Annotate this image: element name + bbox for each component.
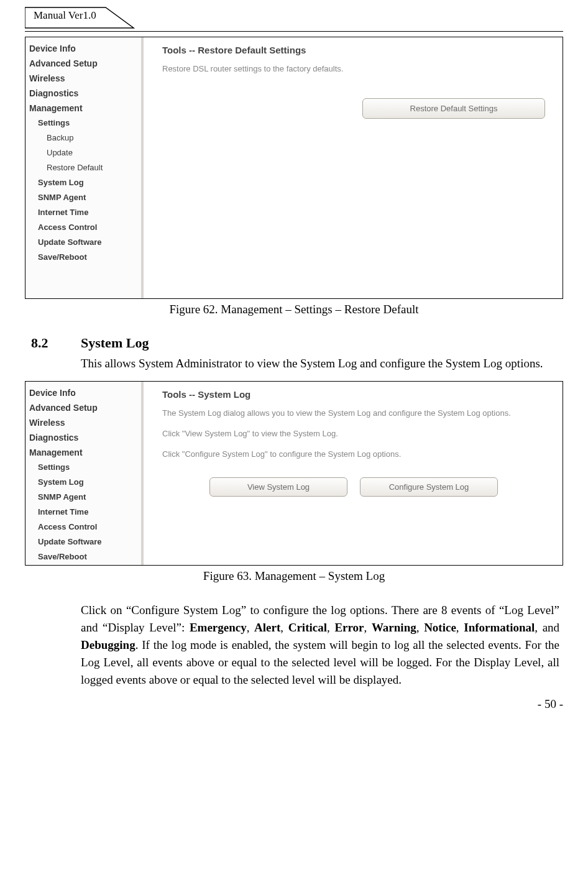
figure-63-nav: Device Info Advanced Setup Wireless Diag… [25,382,144,565]
nav-item[interactable]: SNMP Agent [29,490,141,505]
nav-item[interactable]: Device Info [29,41,141,56]
figure-63-box: Device Info Advanced Setup Wireless Diag… [25,381,563,566]
page-number: - 50 - [25,697,563,711]
nav-item[interactable]: SNMP Agent [29,190,141,205]
section-number: 8.2 [31,335,81,351]
figure-63-caption: Figure 63. Management – System Log [25,569,563,583]
nav-item[interactable]: Advanced Setup [29,400,141,415]
log-levels-paragraph: Click on “Configure System Log” to confi… [81,602,559,689]
nav-item[interactable]: Internet Time [29,205,141,220]
log-level: Debugging [81,638,136,651]
figure-62-box: Device Info Advanced Setup Wireless Diag… [25,37,563,299]
figure-62-nav: Device Info Advanced Setup Wireless Diag… [25,37,144,298]
header-tab: Manual Ver1.0 [25,6,563,29]
log-level: Informational [464,621,535,634]
nav-item[interactable]: Management [29,101,141,116]
figure-62-content: Tools -- Restore Default Settings Restor… [144,37,563,298]
nav-item[interactable]: Restore Default [29,160,141,175]
nav-item[interactable]: Wireless [29,71,141,86]
nav-item[interactable]: Update [29,145,141,160]
nav-item[interactable]: Settings [29,460,141,475]
header-rule [25,31,563,32]
button-row: View System Log Configure System Log [162,477,551,497]
button-row: Restore Default Settings [162,98,551,119]
log-level: Critical [288,621,327,634]
figure-62-caption: Figure 62. Management – Settings – Resto… [25,303,563,316]
log-level: Notice [424,621,456,634]
configure-system-log-button[interactable]: Configure System Log [360,477,498,497]
nav-item[interactable]: Wireless [29,415,141,430]
section-body: This allows System Administrator to view… [81,355,559,372]
view-system-log-button[interactable]: View System Log [209,477,347,497]
nav-item[interactable]: Management [29,445,141,460]
doc-version-label: Manual Ver1.0 [34,9,96,22]
page: Manual Ver1.0 Device Info Advanced Setup… [0,0,588,723]
log-level: Warning [372,621,416,634]
log-level: Error [334,621,364,634]
nav-item[interactable]: System Log [29,175,141,190]
section-heading: 8.2 System Log [31,335,563,351]
panel-text: The System Log dialog allows you to view… [162,408,551,418]
nav-item[interactable]: Device Info [29,385,141,400]
nav-item[interactable]: Access Control [29,220,141,235]
nav-item[interactable]: Diagnostics [29,86,141,101]
log-level: Emergency [190,621,247,634]
panel-title: Tools -- Restore Default Settings [162,45,551,55]
nav-item[interactable]: Update Software [29,535,141,549]
panel-text: Click "View System Log" to view the Syst… [162,429,551,438]
nav-item[interactable]: Diagnostics [29,430,141,445]
nav-item[interactable]: Advanced Setup [29,56,141,71]
log-level: Alert [254,621,280,634]
section-title: System Log [81,335,149,351]
nav-item[interactable]: Settings [29,116,141,131]
panel-text: Click "Configure System Log" to configur… [162,449,551,459]
panel-title: Tools -- System Log [162,389,551,400]
nav-item[interactable]: Internet Time [29,505,141,520]
nav-item[interactable]: Access Control [29,520,141,535]
nav-item[interactable]: Update Software [29,235,141,250]
nav-item[interactable]: System Log [29,475,141,490]
restore-default-settings-button[interactable]: Restore Default Settings [362,98,545,119]
nav-item[interactable]: Save/Reboot [29,250,141,265]
figure-63-content: Tools -- System Log The System Log dialo… [144,382,563,565]
nav-item[interactable]: Save/Reboot [29,549,141,564]
nav-item[interactable]: Backup [29,131,141,145]
panel-text: Restore DSL router settings to the facto… [162,64,551,73]
